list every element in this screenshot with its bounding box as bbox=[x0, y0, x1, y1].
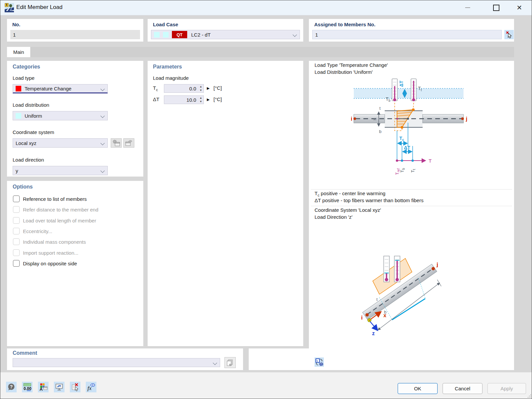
dt-value: 10.0 bbox=[187, 97, 196, 103]
edit-coordinate-system-button[interactable] bbox=[123, 138, 134, 148]
tc-input[interactable]: 0.0 ▲▼ bbox=[164, 84, 204, 93]
load-direction-value: y bbox=[16, 168, 18, 174]
temperature-diagram: ΔT Tb Tt bbox=[309, 77, 508, 188]
chevron-down-icon bbox=[293, 33, 297, 37]
dimension-tick bbox=[437, 280, 441, 286]
tc-unit: [°C] bbox=[213, 85, 222, 91]
load-type-select[interactable]: Temperature Change bbox=[13, 84, 108, 93]
thermometer-top-fiber bbox=[411, 79, 416, 101]
divider bbox=[311, 206, 512, 206]
info-load-distribution: Load Distribution 'Uniform' bbox=[315, 69, 373, 75]
node-i-label: i bbox=[351, 116, 352, 122]
z-axis-label: z bbox=[372, 331, 375, 336]
parameters-panel: Parameters Load magnitude Tc 0.0 ▲▼ ▶ [°… bbox=[148, 61, 303, 346]
thermometer-bottom-fiber bbox=[392, 79, 397, 101]
h-label: h bbox=[372, 118, 377, 120]
option-import-reaction: Import support reaction... bbox=[13, 249, 78, 256]
t-label: t bbox=[379, 106, 381, 111]
footer-bar: ? 0.00 A bbox=[0, 372, 532, 399]
assigned-members-label: Assigned to Members No. bbox=[314, 22, 375, 27]
swap-view-icon bbox=[315, 358, 323, 366]
tc-label: Tc bbox=[153, 85, 158, 92]
select-members-button[interactable] bbox=[504, 30, 514, 39]
window-title: Edit Member Load bbox=[16, 4, 63, 11]
b-label: b bbox=[379, 129, 381, 134]
option-individual-mass: Individual mass components bbox=[13, 238, 86, 245]
new-coordinate-system-button[interactable] bbox=[111, 138, 122, 148]
load-number-input[interactable] bbox=[10, 30, 140, 39]
checkbox[interactable] bbox=[13, 196, 20, 202]
options-panel: Options Reference to list of members Ref… bbox=[7, 181, 143, 346]
option-reference-to-list[interactable]: Reference to list of members bbox=[13, 196, 87, 202]
delete-load-icon bbox=[71, 383, 79, 391]
help-icon: ? bbox=[7, 383, 16, 391]
parameters-title: Parameters bbox=[153, 64, 182, 70]
tab-main[interactable]: Main bbox=[7, 47, 30, 57]
ok-button[interactable]: OK bbox=[398, 383, 438, 394]
load-case-value: LC2 - dT bbox=[191, 32, 210, 38]
checkbox[interactable] bbox=[13, 260, 20, 267]
units-settings-button[interactable]: 0.00 bbox=[22, 382, 33, 392]
T-axis-label: T bbox=[429, 158, 432, 164]
option-display-opposite[interactable]: Display on opposite side bbox=[13, 260, 77, 267]
spacer-panel bbox=[249, 348, 310, 370]
load-distribution-select[interactable]: Uniform bbox=[13, 111, 108, 120]
temperature-axis: T Tref Tb Tt bbox=[395, 158, 432, 175]
rendering-button[interactable] bbox=[54, 382, 65, 392]
display-colors-icon: A bbox=[39, 383, 48, 391]
title-bar: Edit Member Load ✕ bbox=[0, 0, 532, 15]
tc-value: 0.0 bbox=[189, 86, 196, 91]
node-j-label: j bbox=[466, 116, 467, 122]
info-load-direction: Load Direction 'z' bbox=[315, 214, 352, 220]
dt-input[interactable]: 10.0 ▲▼ bbox=[164, 95, 204, 104]
close-button[interactable]: ✕ bbox=[512, 0, 527, 15]
checkbox bbox=[13, 238, 20, 245]
spinner-arrows[interactable]: ▲▼ bbox=[200, 85, 202, 92]
display-properties-button[interactable]: A bbox=[38, 382, 49, 392]
spinner-arrows[interactable]: ▲▼ bbox=[200, 96, 202, 103]
comment-select[interactable] bbox=[13, 358, 220, 367]
load-type-label: Load type bbox=[13, 75, 35, 81]
resize-grip[interactable] bbox=[528, 394, 531, 398]
apply-button[interactable]: Apply bbox=[487, 383, 526, 394]
coordinate-system-value: Local xyz bbox=[16, 140, 37, 146]
chevron-down-icon bbox=[213, 361, 217, 365]
comment-panel: Comment bbox=[7, 348, 243, 370]
svg-text:A: A bbox=[40, 387, 43, 391]
load-case-color-swatch-2 bbox=[163, 32, 169, 38]
svg-text:fx: fx bbox=[87, 385, 92, 391]
swap-view-button[interactable] bbox=[315, 357, 324, 367]
help-button[interactable]: ? bbox=[6, 382, 17, 392]
member-isometric-diagram: t b j i x z bbox=[309, 221, 508, 354]
dt-detail-arrow-button[interactable]: ▶ bbox=[207, 97, 209, 102]
comment-title: Comment bbox=[13, 350, 37, 356]
load-case-type-badge: QT bbox=[172, 31, 187, 38]
load-case-select[interactable]: QT LC2 - dT bbox=[151, 30, 300, 39]
node-i-label: i bbox=[361, 315, 363, 321]
note-tc: Tc positive - center line warming bbox=[315, 191, 385, 197]
formula-button[interactable]: fx bbox=[86, 382, 96, 392]
tb-axis-label: Tb bbox=[400, 168, 405, 173]
node-j bbox=[432, 267, 435, 270]
tc-dim-label: Tc bbox=[399, 136, 404, 142]
cancel-button[interactable]: Cancel bbox=[443, 383, 482, 394]
comment-copy-button[interactable] bbox=[224, 357, 236, 368]
load-direction-select[interactable]: y bbox=[13, 166, 108, 175]
categories-panel: Categories Load type Temperature Change … bbox=[7, 61, 143, 177]
t-label: t bbox=[376, 297, 378, 302]
edit-member-load-dialog: Edit Member Load ✕ No. Load Case QT LC2 … bbox=[0, 0, 532, 399]
option-eccentricity: Eccentricity... bbox=[13, 228, 52, 234]
note-dt: ΔT positive - top fibers warmer than bot… bbox=[315, 198, 424, 204]
delete-load-button[interactable] bbox=[70, 382, 80, 392]
tc-detail-arrow-button[interactable]: ▶ bbox=[207, 86, 209, 90]
options-title: Options bbox=[13, 184, 33, 190]
categories-title: Categories bbox=[13, 64, 40, 70]
chevron-down-icon bbox=[100, 114, 105, 118]
coordinate-system-select[interactable]: Local xyz bbox=[13, 138, 108, 148]
minimize-button[interactable] bbox=[460, 0, 475, 15]
load-distribution-value: Uniform bbox=[25, 113, 42, 119]
option-load-over-length: Load over total length of member bbox=[13, 217, 96, 224]
maximize-button[interactable] bbox=[488, 0, 504, 15]
assigned-members-input[interactable] bbox=[312, 30, 502, 39]
tab-strip: Main bbox=[7, 47, 514, 57]
